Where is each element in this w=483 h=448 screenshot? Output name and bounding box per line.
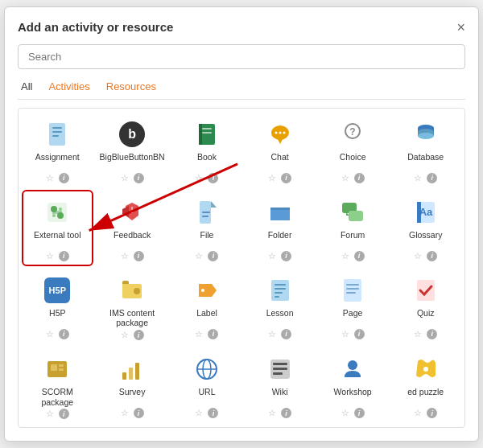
tab-resources[interactable]: Resources <box>103 79 159 94</box>
feedback-star[interactable]: ☆ <box>121 251 129 261</box>
h5p-info[interactable]: i <box>59 329 69 339</box>
item-database[interactable]: Database☆i <box>390 112 461 188</box>
item-scorm[interactable]: SCORM package☆i <box>22 347 93 424</box>
ims-star[interactable]: ☆ <box>121 330 129 340</box>
chat-star[interactable]: ☆ <box>268 173 276 183</box>
glossary-info[interactable]: i <box>427 251 437 261</box>
item-label[interactable]: Label☆i <box>171 268 243 345</box>
quiz-icon <box>411 276 440 305</box>
close-button[interactable]: × <box>456 20 465 35</box>
assignment-label: Assignment <box>35 152 80 171</box>
choice-info[interactable]: i <box>354 173 365 183</box>
database-star[interactable]: ☆ <box>414 173 422 183</box>
url-star[interactable]: ☆ <box>195 408 203 418</box>
item-glossary[interactable]: AaGlossary☆i <box>390 190 461 266</box>
item-choice[interactable]: ?Choice☆i <box>317 112 389 188</box>
quiz-star[interactable]: ☆ <box>414 329 422 339</box>
item-h5p[interactable]: H5PH5P☆i <box>22 268 93 345</box>
tabs-bar: AllActivitiesResources <box>18 79 465 100</box>
chat-info[interactable]: i <box>281 173 291 183</box>
assignment-star[interactable]: ☆ <box>46 173 54 183</box>
h5p-star[interactable]: ☆ <box>46 329 54 339</box>
modal: Add an activity or resource × AllActivit… <box>4 6 479 442</box>
search-input[interactable] <box>18 44 465 69</box>
item-feedback[interactable]: !Feedback☆i <box>95 190 170 266</box>
label-info[interactable]: i <box>208 329 218 339</box>
edpuzzle-info[interactable]: i <box>427 408 437 418</box>
externaltool-info[interactable]: i <box>59 251 69 261</box>
svg-marker-27 <box>122 206 129 217</box>
feedback-info[interactable]: i <box>134 251 144 261</box>
forum-label: Forum <box>341 230 365 249</box>
url-info[interactable]: i <box>208 408 218 418</box>
workshop-star[interactable]: ☆ <box>341 408 349 418</box>
book-info[interactable]: i <box>208 173 218 183</box>
label-star[interactable]: ☆ <box>195 329 203 339</box>
svg-rect-59 <box>129 368 133 380</box>
book-star[interactable]: ☆ <box>195 173 203 183</box>
externaltool-label: External tool <box>34 230 80 249</box>
scorm-icon <box>43 355 72 384</box>
item-edpuzzle[interactable]: ed puzzle☆i <box>390 347 461 424</box>
scorm-star[interactable]: ☆ <box>46 409 54 419</box>
glossary-star[interactable]: ☆ <box>414 251 422 261</box>
forum-info[interactable]: i <box>354 251 365 261</box>
scorm-info[interactable]: i <box>59 409 69 419</box>
item-externaltool[interactable]: External tool☆i <box>22 190 93 266</box>
forum-star[interactable]: ☆ <box>341 251 349 261</box>
svg-rect-3 <box>52 135 59 137</box>
item-quiz[interactable]: Quiz☆i <box>390 268 461 345</box>
svg-rect-32 <box>202 216 208 217</box>
tab-activities[interactable]: Activities <box>45 79 93 94</box>
lesson-info[interactable]: i <box>281 329 291 339</box>
assignment-info[interactable]: i <box>59 173 69 183</box>
ims-info[interactable]: i <box>134 330 144 340</box>
edpuzzle-star[interactable]: ☆ <box>414 408 422 418</box>
item-assignment[interactable]: Assignment☆i <box>22 112 93 188</box>
item-forum[interactable]: Forum☆i <box>317 190 389 266</box>
folder-info[interactable]: i <box>281 251 291 261</box>
tab-all[interactable]: All <box>18 79 35 94</box>
file-label: File <box>200 230 214 249</box>
file-star[interactable]: ☆ <box>195 251 203 261</box>
item-book[interactable]: Book☆i <box>171 112 243 188</box>
survey-star[interactable]: ☆ <box>121 408 129 418</box>
item-ims[interactable]: IMS content package☆i <box>95 268 170 345</box>
item-file[interactable]: File☆i <box>171 190 243 266</box>
page-star[interactable]: ☆ <box>341 329 349 339</box>
wiki-star[interactable]: ☆ <box>268 408 276 418</box>
book-icon <box>192 120 221 149</box>
item-chat[interactable]: Chat☆i <box>244 112 316 188</box>
label-icon <box>192 276 221 305</box>
svg-text:!: ! <box>131 205 134 215</box>
item-wiki[interactable]: Wiki☆i <box>244 347 316 424</box>
choice-icon: ? <box>338 120 367 149</box>
item-bigbluebutton[interactable]: bBigBlueButtonBN☆i <box>95 112 170 188</box>
h5p-label: H5P <box>49 308 65 327</box>
file-info[interactable]: i <box>208 251 218 261</box>
bigbluebutton-star[interactable]: ☆ <box>121 173 129 183</box>
externaltool-icon <box>43 198 72 227</box>
survey-info[interactable]: i <box>134 408 144 418</box>
svg-rect-0 <box>49 123 65 146</box>
page-info[interactable]: i <box>354 329 365 339</box>
item-url[interactable]: URL☆i <box>171 347 243 424</box>
item-survey[interactable]: Survey☆i <box>95 347 170 424</box>
svg-point-10 <box>279 131 281 134</box>
folder-star[interactable]: ☆ <box>268 251 276 261</box>
svg-rect-41 <box>122 284 129 287</box>
quiz-info[interactable]: i <box>427 329 437 339</box>
workshop-info[interactable]: i <box>354 408 365 418</box>
externaltool-star[interactable]: ☆ <box>46 251 54 261</box>
choice-star[interactable]: ☆ <box>341 173 349 183</box>
wiki-info[interactable]: i <box>281 408 291 418</box>
lesson-star[interactable]: ☆ <box>268 329 276 339</box>
item-workshop[interactable]: Workshop☆i <box>317 347 389 424</box>
item-page[interactable]: Page☆i <box>317 268 389 345</box>
item-lesson[interactable]: Lesson☆i <box>244 268 316 345</box>
activities-grid-container: Assignment☆ibBigBlueButtonBN☆iBook☆iChat… <box>18 108 465 428</box>
database-info[interactable]: i <box>427 173 437 183</box>
quiz-label: Quiz <box>417 308 435 327</box>
bigbluebutton-info[interactable]: i <box>134 173 144 183</box>
item-folder[interactable]: Folder☆i <box>244 190 316 266</box>
